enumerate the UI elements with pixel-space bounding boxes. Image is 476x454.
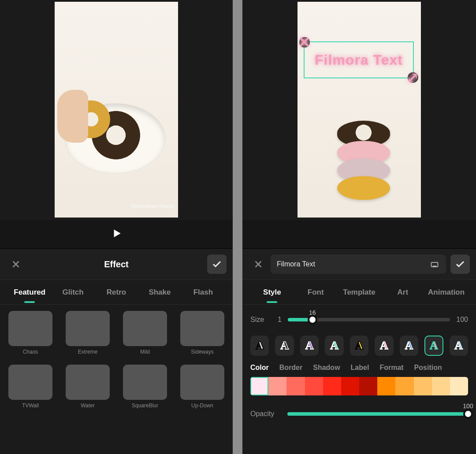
size-label: Size: [250, 316, 271, 324]
text-preset-7[interactable]: A: [424, 336, 443, 356]
effect-label: Water: [81, 402, 95, 409]
effect-category-tabs: FeaturedGlitchRetroShakeFlash: [0, 280, 233, 305]
color-swatch[interactable]: [250, 377, 268, 395]
opacity-row: Opacity 100: [242, 395, 476, 423]
size-slider[interactable]: 16: [288, 311, 450, 329]
tab-retro[interactable]: Retro: [95, 288, 138, 297]
preview-area-right: ✕ Filmora Text ⤢: [242, 0, 476, 220]
effect-thumbnail: [8, 311, 52, 346]
illustration-donut-stack: [337, 127, 390, 200]
effect-thumbnail: [180, 365, 224, 400]
text-style-pane: ✕ Filmora Text ⤢ Filmora Text StyleFontT…: [242, 0, 476, 454]
color-swatch[interactable]: [341, 377, 359, 395]
text-input-value: Filmora Text: [277, 260, 429, 268]
opacity-slider[interactable]: 100: [287, 405, 468, 423]
effect-label: Extreme: [78, 349, 98, 355]
opacity-value-tooltip: 100: [463, 402, 473, 410]
text-preset-2[interactable]: A: [300, 336, 319, 356]
color-swatch[interactable]: [414, 377, 432, 395]
tab-style[interactable]: Style: [250, 288, 294, 297]
playback-bar: [0, 220, 233, 248]
color-swatch[interactable]: [359, 377, 377, 395]
color-swatch[interactable]: [305, 377, 323, 395]
color-swatch[interactable]: [395, 377, 413, 395]
text-edit-tabs: StyleFontTemplateArtAnimation: [242, 280, 476, 305]
tab-flash[interactable]: Flash: [182, 288, 225, 297]
text-content-input[interactable]: Filmora Text: [271, 255, 446, 274]
text-preset-4[interactable]: A: [350, 336, 368, 356]
effect-grid: ChaosExtremeMildSidewaysTVWallWaterSquar…: [0, 305, 233, 415]
tab-featured[interactable]: Featured: [8, 288, 51, 297]
effect-squareblur[interactable]: SquareBlur: [123, 365, 167, 409]
close-icon[interactable]: [249, 255, 268, 274]
text-preset-5[interactable]: A: [375, 336, 393, 356]
effect-up-down[interactable]: Up-Down: [180, 365, 225, 409]
effect-extreme[interactable]: Extreme: [65, 311, 110, 355]
scale-handle-icon[interactable]: ⤢: [408, 72, 418, 83]
effect-thumbnail: [66, 365, 110, 400]
subtab-shadow[interactable]: Shadow: [313, 364, 340, 372]
subtab-format[interactable]: Format: [379, 364, 403, 372]
effect-thumbnail: [8, 365, 52, 400]
tab-glitch[interactable]: Glitch: [51, 288, 94, 297]
keyboard-icon[interactable]: [429, 259, 440, 269]
preview-canvas-left[interactable]: Wondershare Filmora: [55, 2, 178, 218]
text-preset-8[interactable]: A: [450, 336, 468, 356]
confirm-button[interactable]: [207, 255, 227, 274]
confirm-button[interactable]: [450, 255, 470, 274]
text-property-tabs: ColorBorderShadowLabelFormatPosition: [242, 358, 476, 375]
text-preset-0[interactable]: A: [250, 336, 269, 356]
text-overlay-box[interactable]: ✕ Filmora Text ⤢: [304, 41, 414, 78]
close-icon[interactable]: [6, 255, 26, 274]
size-min: 1: [278, 316, 282, 324]
effect-thumbnail: [123, 365, 167, 400]
effect-label: SquareBlur: [132, 402, 158, 409]
effect-panel-header: Effect: [0, 248, 233, 280]
play-icon[interactable]: [111, 228, 122, 241]
tab-animation[interactable]: Animation: [424, 288, 468, 297]
watermark-text: Wondershare Filmora: [131, 204, 174, 209]
tab-art[interactable]: Art: [381, 288, 424, 297]
subtab-border[interactable]: Border: [279, 364, 302, 372]
effect-label: Up-Down: [191, 402, 213, 409]
color-swatch[interactable]: [450, 377, 468, 395]
effect-chaos[interactable]: Chaos: [8, 311, 53, 355]
text-preset-3[interactable]: A: [325, 336, 343, 356]
subtab-label[interactable]: Label: [351, 364, 369, 372]
subtab-position[interactable]: Position: [414, 364, 442, 372]
panel-title: Effect: [26, 259, 207, 269]
color-swatch[interactable]: [323, 377, 341, 395]
effect-thumbnail: [123, 311, 167, 346]
size-max: 100: [456, 316, 468, 324]
effect-tvwall[interactable]: TVWall: [8, 365, 53, 409]
color-swatch[interactable]: [432, 377, 450, 395]
opacity-label: Opacity: [250, 410, 281, 418]
close-icon[interactable]: ✕: [299, 37, 310, 48]
effect-label: Chaos: [23, 349, 38, 355]
effect-sideways[interactable]: Sideways: [180, 311, 225, 355]
preview-canvas-right[interactable]: ✕ Filmora Text ⤢: [298, 2, 421, 218]
color-swatch[interactable]: [377, 377, 395, 395]
tab-font[interactable]: Font: [294, 288, 338, 297]
illustration-hand: [57, 90, 88, 143]
effect-label: TVWall: [22, 402, 39, 409]
text-panel-header: Filmora Text: [242, 248, 476, 280]
tab-shake[interactable]: Shake: [138, 288, 181, 297]
text-preset-1[interactable]: A: [275, 336, 294, 356]
text-style-presets: AAAAAAAAA: [242, 331, 476, 358]
effect-label: Sideways: [191, 349, 213, 355]
spacer: [242, 220, 476, 248]
effect-mild[interactable]: Mild: [123, 311, 167, 355]
effect-water[interactable]: Water: [65, 365, 110, 409]
text-overlay-content: Filmora Text: [315, 52, 403, 68]
effect-thumbnail: [180, 311, 224, 346]
subtab-color[interactable]: Color: [250, 364, 269, 372]
tab-template[interactable]: Template: [338, 288, 381, 297]
effect-thumbnail: [66, 311, 110, 346]
preview-area-left: Wondershare Filmora: [0, 0, 233, 220]
pane-divider: [233, 0, 242, 454]
color-swatch[interactable]: [286, 377, 305, 395]
color-swatch[interactable]: [268, 377, 286, 395]
text-preset-6[interactable]: A: [400, 336, 418, 356]
effect-pane: Wondershare Filmora Effect FeaturedGlitc…: [0, 0, 233, 454]
